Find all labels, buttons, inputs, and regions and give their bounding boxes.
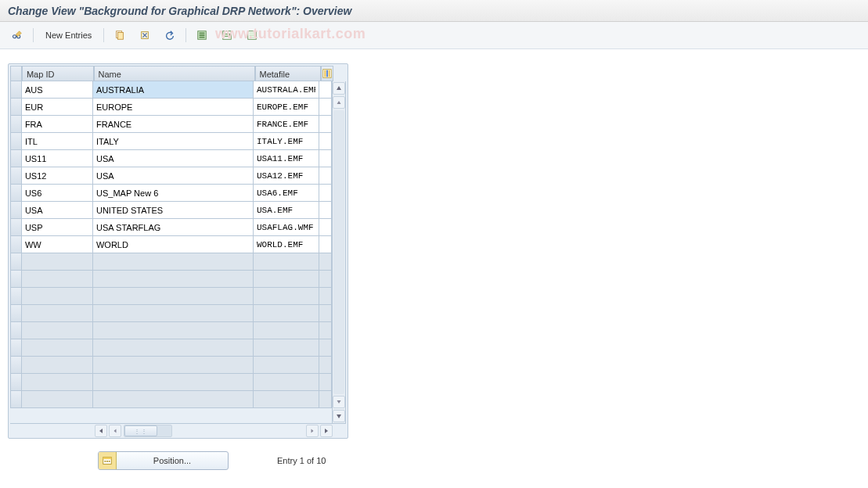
row-selector[interactable]	[10, 271, 22, 288]
name-input[interactable]	[93, 253, 253, 270]
cell-name[interactable]	[93, 185, 254, 202]
mapid-input[interactable]	[22, 357, 92, 373]
cell-mapid[interactable]	[22, 81, 93, 99]
copy-as-button[interactable]	[109, 27, 131, 44]
select-block-button[interactable]	[216, 27, 238, 44]
mapid-input[interactable]	[22, 391, 92, 407]
cell-mapid[interactable]	[22, 271, 93, 288]
cell-mapid[interactable]	[22, 236, 93, 253]
vscroll-track[interactable]	[333, 110, 344, 394]
toggle-display-change-button[interactable]	[6, 27, 28, 44]
cell-mapid[interactable]	[22, 116, 93, 133]
cell-metafile[interactable]	[254, 253, 319, 271]
hscroll-thumb[interactable]: ⋮⋮	[124, 425, 157, 436]
name-input[interactable]	[93, 374, 253, 390]
cell-name[interactable]	[93, 81, 254, 99]
metafile-input[interactable]	[254, 81, 319, 98]
column-header-mapid[interactable]: Map ID	[22, 66, 94, 81]
row-selector[interactable]	[10, 133, 22, 150]
name-input[interactable]	[93, 391, 253, 407]
hscroll-track[interactable]: ⋮⋮	[124, 425, 172, 437]
mapid-input[interactable]	[22, 81, 92, 98]
cell-metafile[interactable]	[254, 81, 319, 99]
row-selector[interactable]	[10, 116, 22, 133]
cell-name[interactable]	[93, 133, 254, 150]
cell-mapid[interactable]	[22, 150, 93, 167]
cell-metafile[interactable]	[254, 202, 319, 219]
hscroll-left-end-button[interactable]	[95, 425, 107, 437]
mapid-input[interactable]	[22, 167, 92, 184]
cell-mapid[interactable]	[22, 322, 93, 339]
cell-mapid[interactable]	[22, 374, 93, 391]
cell-metafile[interactable]	[254, 236, 319, 253]
name-input[interactable]	[93, 150, 253, 167]
metafile-input[interactable]	[254, 271, 319, 287]
cell-metafile[interactable]	[254, 99, 319, 116]
cell-metafile[interactable]	[254, 167, 319, 185]
hscroll-left-button[interactable]	[109, 425, 121, 437]
scroll-down-button[interactable]	[333, 410, 345, 422]
row-selector[interactable]	[10, 322, 22, 339]
name-input[interactable]	[93, 99, 253, 115]
cell-metafile[interactable]	[254, 150, 319, 167]
row-selector[interactable]	[10, 150, 22, 167]
mapid-input[interactable]	[22, 236, 92, 253]
cell-name[interactable]	[93, 322, 254, 339]
name-input[interactable]	[93, 133, 253, 149]
row-selector[interactable]	[10, 81, 22, 99]
mapid-input[interactable]	[22, 339, 92, 356]
row-selector[interactable]	[10, 357, 22, 374]
name-input[interactable]	[93, 219, 253, 235]
metafile-input[interactable]	[254, 202, 319, 218]
name-input[interactable]	[93, 322, 253, 339]
scroll-line-down-button[interactable]	[333, 396, 345, 408]
undo-change-button[interactable]	[159, 27, 181, 44]
column-header-name[interactable]: Name	[94, 66, 255, 81]
cell-name[interactable]	[93, 305, 254, 322]
row-selector[interactable]	[10, 288, 22, 305]
cell-mapid[interactable]	[22, 391, 93, 408]
row-selector[interactable]	[10, 185, 22, 202]
cell-name[interactable]	[93, 288, 254, 305]
mapid-input[interactable]	[22, 322, 92, 339]
cell-mapid[interactable]	[22, 305, 93, 322]
name-input[interactable]	[93, 236, 253, 253]
row-selector[interactable]	[10, 305, 22, 322]
mapid-input[interactable]	[22, 271, 92, 287]
position-button[interactable]: Position...	[98, 451, 229, 470]
column-header-metafile[interactable]: Metafile	[255, 66, 322, 81]
mapid-input[interactable]	[22, 150, 92, 167]
hscroll-right-button[interactable]	[306, 425, 319, 437]
metafile-input[interactable]	[254, 374, 319, 390]
cell-name[interactable]	[93, 271, 254, 288]
name-input[interactable]	[93, 288, 253, 304]
cell-metafile[interactable]	[254, 357, 319, 374]
cell-metafile[interactable]	[254, 133, 319, 150]
name-input[interactable]	[93, 81, 253, 98]
metafile-input[interactable]	[254, 305, 319, 321]
cell-name[interactable]	[93, 219, 254, 236]
metafile-input[interactable]	[254, 391, 319, 407]
metafile-input[interactable]	[254, 150, 319, 167]
cell-name[interactable]	[93, 236, 254, 253]
row-selector-header[interactable]	[10, 66, 22, 81]
table-configure-button[interactable]	[321, 66, 333, 81]
name-input[interactable]	[93, 116, 253, 132]
row-selector[interactable]	[10, 99, 22, 116]
cell-name[interactable]	[93, 202, 254, 219]
name-input[interactable]	[93, 202, 253, 218]
cell-name[interactable]	[93, 391, 254, 408]
name-input[interactable]	[93, 167, 253, 184]
cell-mapid[interactable]	[22, 167, 93, 185]
cell-name[interactable]	[93, 167, 254, 185]
metafile-input[interactable]	[254, 133, 319, 149]
delete-button[interactable]	[134, 27, 156, 44]
deselect-all-button[interactable]	[241, 27, 263, 44]
name-input[interactable]	[93, 185, 253, 201]
name-input[interactable]	[93, 357, 253, 373]
cell-metafile[interactable]	[254, 305, 319, 322]
cell-metafile[interactable]	[254, 219, 319, 236]
metafile-input[interactable]	[254, 357, 319, 373]
cell-mapid[interactable]	[22, 133, 93, 150]
metafile-input[interactable]	[254, 253, 319, 270]
